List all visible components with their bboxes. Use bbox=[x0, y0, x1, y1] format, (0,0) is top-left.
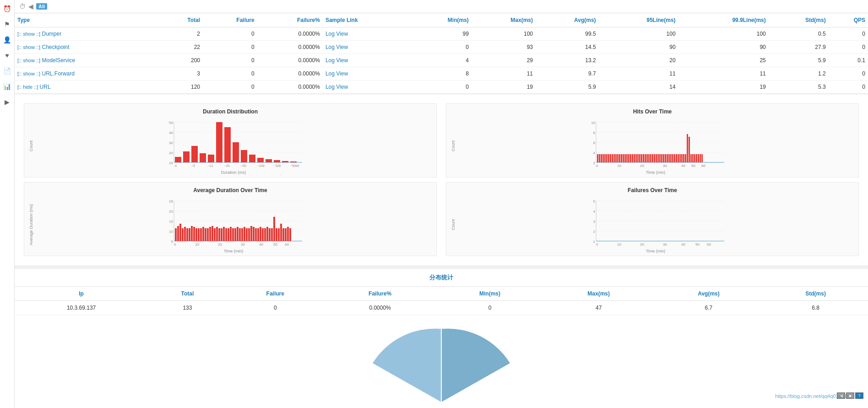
sidebar-icon-arrow[interactable]: ▶ bbox=[2, 97, 12, 107]
row-name[interactable]: Checkpoint bbox=[42, 44, 69, 50]
sidebar: ⏰ ⚑ 👤 ♥ 📄 📊 ▶ bbox=[0, 0, 15, 408]
svg-rect-17 bbox=[216, 122, 222, 162]
svg-rect-65 bbox=[630, 154, 631, 162]
svg-rect-174 bbox=[289, 228, 291, 241]
svg-rect-13 bbox=[183, 151, 190, 162]
svg-rect-15 bbox=[200, 153, 206, 162]
row-max: 93 bbox=[472, 41, 536, 54]
row-total: 2 bbox=[161, 27, 203, 41]
svg-rect-19 bbox=[233, 142, 239, 162]
svg-rect-84 bbox=[665, 154, 666, 162]
row-link[interactable]: Log View bbox=[323, 27, 410, 41]
row-failure-pct: 0.0000% bbox=[257, 54, 323, 67]
row-std: 5.9 bbox=[769, 54, 829, 67]
failures-svg: 5 4 3 2 1 0 10 20 30 40 50 bbox=[457, 196, 854, 247]
row-link[interactable]: Log View bbox=[323, 54, 410, 67]
sidebar-icon-clock[interactable]: ⏰ bbox=[2, 4, 12, 14]
topbar-clock-icon: ⏱ bbox=[19, 3, 26, 10]
svg-rect-96 bbox=[687, 134, 688, 162]
toggle-btn[interactable]: [:: show ::] bbox=[17, 44, 40, 50]
row-failure: 0 bbox=[203, 81, 257, 94]
sidebar-icon-flag[interactable]: ⚑ bbox=[2, 19, 12, 29]
table-row: [:: show ::] ModelService 200 0 0.0000% … bbox=[15, 54, 868, 67]
svg-rect-161 bbox=[260, 227, 261, 241]
svg-rect-55 bbox=[612, 154, 613, 162]
help-btn[interactable]: ? bbox=[855, 392, 863, 399]
svg-rect-89 bbox=[674, 154, 675, 162]
svg-rect-16 bbox=[208, 155, 214, 162]
svg-text:10: 10 bbox=[591, 121, 595, 125]
svg-rect-158 bbox=[253, 227, 255, 241]
duration-y-label: Count bbox=[29, 140, 33, 151]
row-link[interactable]: Log View bbox=[323, 81, 410, 94]
main-content: ⏱ ◀ All Type Total Failure Failure% Samp… bbox=[15, 0, 868, 408]
col-sample-link: Sample Link bbox=[323, 13, 410, 27]
row-failure-pct: 0.0000% bbox=[257, 81, 323, 94]
svg-rect-169 bbox=[278, 228, 280, 241]
sidebar-icon-chart[interactable]: 📊 bbox=[2, 81, 12, 91]
sidebar-icon-file[interactable]: 📄 bbox=[2, 66, 12, 76]
svg-rect-148 bbox=[230, 227, 232, 241]
row-failure: 0 bbox=[203, 67, 257, 81]
row-name[interactable]: URL bbox=[40, 84, 51, 90]
svg-rect-93 bbox=[681, 154, 683, 162]
row-min: 8 bbox=[410, 67, 472, 81]
svg-rect-66 bbox=[632, 154, 633, 162]
row-total: 3 bbox=[161, 67, 203, 81]
row-min: 0 bbox=[410, 41, 472, 54]
svg-rect-12 bbox=[175, 157, 181, 162]
svg-rect-154 bbox=[244, 227, 245, 241]
svg-rect-134 bbox=[198, 228, 200, 241]
toggle-btn[interactable]: [:: show ::] bbox=[17, 71, 40, 76]
row-link[interactable]: Log View bbox=[323, 41, 410, 54]
svg-text:25: 25 bbox=[169, 199, 173, 204]
svg-text:10: 10 bbox=[169, 230, 173, 234]
svg-rect-88 bbox=[672, 154, 673, 162]
svg-rect-102 bbox=[698, 154, 699, 162]
svg-rect-141 bbox=[214, 228, 216, 241]
sidebar-icon-heart[interactable]: ♥ bbox=[2, 50, 12, 60]
col-p95: 95Line(ms) bbox=[599, 13, 678, 27]
dist-col-header: Avg(ms) bbox=[654, 287, 763, 301]
svg-text:50: 50 bbox=[273, 242, 277, 247]
svg-text:~11: ~11 bbox=[208, 164, 213, 167]
row-link[interactable]: Log View bbox=[323, 67, 410, 81]
svg-rect-101 bbox=[696, 154, 697, 162]
svg-text:10: 10 bbox=[617, 164, 621, 168]
row-max: 11 bbox=[472, 67, 536, 81]
svg-rect-57 bbox=[615, 154, 617, 162]
row-name[interactable]: ModelService bbox=[42, 57, 75, 64]
toggle-btn[interactable]: [:: hide ::] bbox=[17, 84, 38, 90]
svg-rect-159 bbox=[255, 228, 257, 241]
pie-chart-svg bbox=[350, 324, 533, 407]
svg-rect-95 bbox=[685, 154, 686, 162]
row-name[interactable]: URL.Forward bbox=[42, 70, 74, 77]
svg-text:50: 50 bbox=[691, 164, 695, 168]
row-type: [:: hide ::] URL bbox=[15, 81, 161, 94]
svg-rect-58 bbox=[617, 154, 618, 162]
topbar-badge[interactable]: All bbox=[36, 3, 47, 10]
failures-over-time-title: Failures Over Time bbox=[451, 187, 854, 193]
svg-rect-24 bbox=[274, 160, 280, 162]
row-name[interactable]: Dumper bbox=[42, 31, 61, 37]
svg-text:20: 20 bbox=[640, 164, 644, 168]
row-p999: 11 bbox=[678, 67, 769, 81]
sidebar-icon-user[interactable]: 👤 bbox=[2, 35, 12, 45]
svg-rect-125 bbox=[177, 226, 179, 241]
duration-dist-svg: 50 40 30 20 10 bbox=[35, 118, 432, 168]
svg-rect-77 bbox=[652, 154, 653, 162]
table-row: [:: show ::] URL.Forward 3 0 0.0000% Log… bbox=[15, 67, 868, 81]
dist-avg: 6.7 bbox=[654, 301, 763, 315]
dist-ip: 10.3.69.137 bbox=[15, 301, 148, 315]
svg-text:3: 3 bbox=[593, 220, 596, 224]
toggle-btn[interactable]: [:: show ::] bbox=[17, 31, 40, 37]
top-bar: ⏱ ◀ All bbox=[15, 0, 868, 13]
svg-rect-49 bbox=[601, 154, 602, 162]
svg-rect-83 bbox=[663, 154, 664, 162]
svg-rect-146 bbox=[225, 228, 227, 241]
svg-rect-167 bbox=[273, 217, 275, 241]
toggle-btn[interactable]: [:: show ::] bbox=[17, 58, 40, 63]
dist-col-header: Total bbox=[148, 287, 227, 301]
svg-rect-72 bbox=[643, 154, 644, 162]
svg-text:~100: ~100 bbox=[257, 164, 265, 167]
